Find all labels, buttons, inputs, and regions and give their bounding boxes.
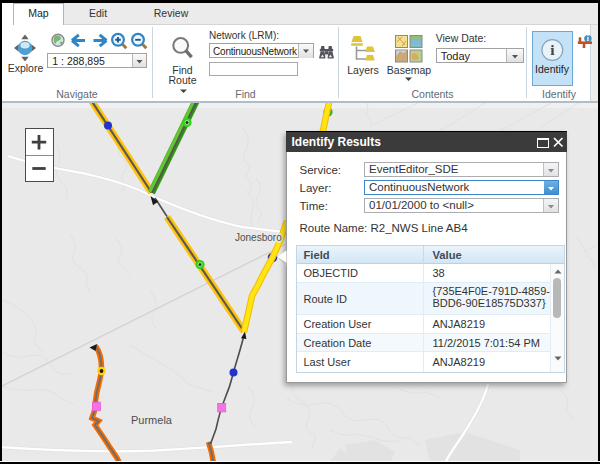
svg-text:i: i — [587, 34, 589, 43]
svg-text:i: i — [550, 41, 555, 58]
svg-text:Purmela: Purmela — [131, 414, 173, 426]
svg-text:Jonesboro: Jonesboro — [235, 232, 282, 243]
